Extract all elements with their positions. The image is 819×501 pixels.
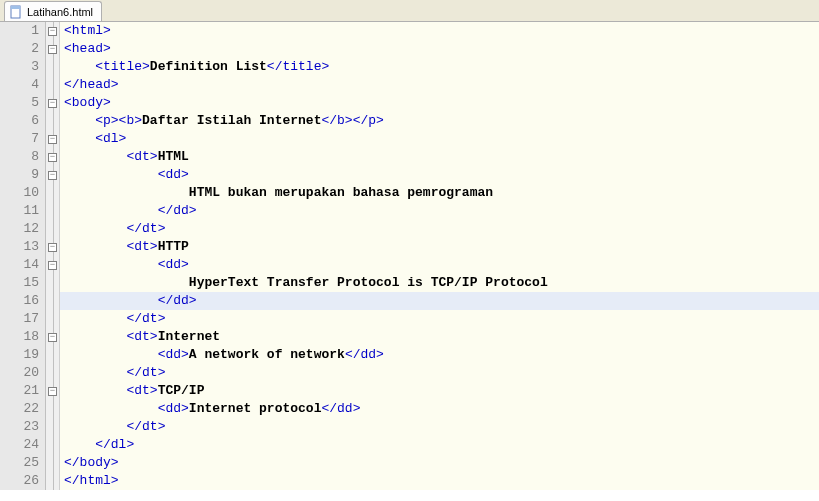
code-line[interactable]: <dl> (60, 130, 819, 148)
line-number: 9 (0, 166, 39, 184)
code-line[interactable]: <title>Definition List</title> (60, 58, 819, 76)
fold-cell (46, 220, 59, 238)
fold-cell: − (46, 22, 59, 40)
fold-cell (46, 436, 59, 454)
code-line[interactable]: </dt> (60, 364, 819, 382)
code-line[interactable]: </dl> (60, 436, 819, 454)
fold-cell (46, 364, 59, 382)
line-number: 7 (0, 130, 39, 148)
fold-cell: − (46, 238, 59, 256)
line-number: 2 (0, 40, 39, 58)
code-line[interactable]: </dd> (60, 292, 819, 310)
fold-cell (46, 418, 59, 436)
line-number: 15 (0, 274, 39, 292)
file-icon (9, 5, 23, 19)
code-line[interactable]: </body> (60, 454, 819, 472)
fold-toggle-icon[interactable]: − (48, 99, 57, 108)
code-line[interactable]: </html> (60, 472, 819, 490)
code-line[interactable]: <p><b>Daftar Istilah Internet</b></p> (60, 112, 819, 130)
fold-cell (46, 346, 59, 364)
line-number: 23 (0, 418, 39, 436)
line-number: 20 (0, 364, 39, 382)
fold-cell (46, 472, 59, 490)
line-number: 5 (0, 94, 39, 112)
fold-cell: − (46, 166, 59, 184)
code-line[interactable]: HTML bukan merupakan bahasa pemrograman (60, 184, 819, 202)
line-number: 21 (0, 382, 39, 400)
fold-toggle-icon[interactable]: − (48, 45, 57, 54)
fold-cell (46, 454, 59, 472)
line-number: 24 (0, 436, 39, 454)
tab-bar: Latihan6.html (0, 0, 819, 22)
fold-cell (46, 202, 59, 220)
fold-cell: − (46, 40, 59, 58)
code-line[interactable]: <dd> (60, 166, 819, 184)
fold-cell (46, 292, 59, 310)
fold-cell (46, 184, 59, 202)
code-line[interactable]: </dt> (60, 418, 819, 436)
line-number: 19 (0, 346, 39, 364)
fold-cell: − (46, 94, 59, 112)
fold-cell (46, 76, 59, 94)
line-number: 12 (0, 220, 39, 238)
line-number: 17 (0, 310, 39, 328)
fold-toggle-icon[interactable]: − (48, 135, 57, 144)
fold-toggle-icon[interactable]: − (48, 333, 57, 342)
code-line[interactable]: <dd>A network of network</dd> (60, 346, 819, 364)
tab-filename: Latihan6.html (27, 6, 93, 18)
fold-toggle-icon[interactable]: − (48, 27, 57, 36)
fold-toggle-icon[interactable]: − (48, 261, 57, 270)
fold-cell (46, 274, 59, 292)
line-number: 18 (0, 328, 39, 346)
fold-toggle-icon[interactable]: − (48, 243, 57, 252)
fold-cell: − (46, 256, 59, 274)
line-number: 11 (0, 202, 39, 220)
fold-cell: − (46, 130, 59, 148)
fold-column: −−−−−−−−−− (46, 22, 60, 490)
fold-cell (46, 310, 59, 328)
line-number: 13 (0, 238, 39, 256)
code-line[interactable]: </head> (60, 76, 819, 94)
fold-cell: − (46, 382, 59, 400)
fold-toggle-icon[interactable]: − (48, 153, 57, 162)
fold-cell (46, 58, 59, 76)
fold-cell: − (46, 328, 59, 346)
line-number: 16 (0, 292, 39, 310)
svg-rect-1 (11, 6, 20, 9)
code-area[interactable]: <html><head> <title>Definition List</tit… (60, 22, 819, 490)
code-line[interactable]: <body> (60, 94, 819, 112)
file-tab[interactable]: Latihan6.html (4, 1, 102, 21)
code-line[interactable]: HyperText Transfer Protocol is TCP/IP Pr… (60, 274, 819, 292)
code-line[interactable]: <html> (60, 22, 819, 40)
code-line[interactable]: <dt>Internet (60, 328, 819, 346)
code-line[interactable]: <dt>HTML (60, 148, 819, 166)
line-number: 25 (0, 454, 39, 472)
line-number: 4 (0, 76, 39, 94)
line-number: 26 (0, 472, 39, 490)
code-line[interactable]: </dt> (60, 220, 819, 238)
code-line[interactable]: <dt>TCP/IP (60, 382, 819, 400)
line-number: 8 (0, 148, 39, 166)
code-line[interactable]: <dt>HTTP (60, 238, 819, 256)
fold-toggle-icon[interactable]: − (48, 387, 57, 396)
fold-cell (46, 112, 59, 130)
code-line[interactable]: <dd>Internet protocol</dd> (60, 400, 819, 418)
line-number: 6 (0, 112, 39, 130)
line-number: 1 (0, 22, 39, 40)
line-number: 22 (0, 400, 39, 418)
code-line[interactable]: <dd> (60, 256, 819, 274)
code-line[interactable]: </dt> (60, 310, 819, 328)
fold-cell: − (46, 148, 59, 166)
fold-cell (46, 400, 59, 418)
code-editor[interactable]: 1234567891011121314151617181920212223242… (0, 22, 819, 490)
line-number: 10 (0, 184, 39, 202)
code-line[interactable]: </dd> (60, 202, 819, 220)
line-number-gutter: 1234567891011121314151617181920212223242… (0, 22, 46, 490)
line-number: 14 (0, 256, 39, 274)
line-number: 3 (0, 58, 39, 76)
code-line[interactable]: <head> (60, 40, 819, 58)
fold-toggle-icon[interactable]: − (48, 171, 57, 180)
